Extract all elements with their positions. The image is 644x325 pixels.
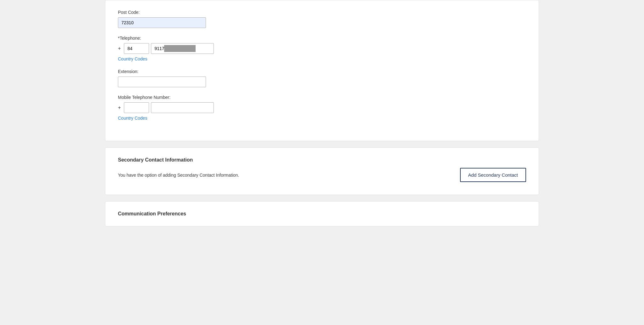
telephone-plus: + <box>118 46 121 51</box>
telephone-number-input[interactable] <box>151 43 214 54</box>
mobile-country-codes-link[interactable]: Country Codes <box>118 116 147 121</box>
communication-preferences-title: Communication Preferences <box>118 211 526 217</box>
secondary-contact-row: You have the option of adding Secondary … <box>118 168 526 182</box>
extension-label: Extension: <box>118 69 526 74</box>
telephone-group: *Telephone: + Country Codes <box>118 36 526 61</box>
mobile-number-input[interactable] <box>151 102 214 113</box>
postcode-label: Post Code: <box>118 10 526 15</box>
primary-contact-card: Post Code: *Telephone: + Country Codes E… <box>105 0 539 141</box>
mobile-row: + <box>118 102 526 113</box>
telephone-label: *Telephone: <box>118 36 526 41</box>
telephone-number-wrapper <box>151 43 214 54</box>
telephone-row: + <box>118 43 526 54</box>
mobile-label: Mobile Telephone Number: <box>118 95 526 100</box>
mobile-group: Mobile Telephone Number: + Country Codes <box>118 95 526 121</box>
extension-group: Extension: <box>118 69 526 87</box>
secondary-contact-title: Secondary Contact Information <box>118 157 526 163</box>
extension-input[interactable] <box>118 77 206 87</box>
postcode-group: Post Code: <box>118 10 526 28</box>
add-secondary-contact-button[interactable]: Add Secondary Contact <box>460 168 526 182</box>
telephone-country-codes-link[interactable]: Country Codes <box>118 56 147 61</box>
postcode-input[interactable] <box>118 17 206 28</box>
telephone-country-code-input[interactable] <box>124 43 149 54</box>
secondary-contact-card: Secondary Contact Information You have t… <box>105 147 539 195</box>
communication-preferences-card: Communication Preferences <box>105 201 539 226</box>
secondary-contact-description: You have the option of adding Secondary … <box>118 173 239 178</box>
mobile-country-code-input[interactable] <box>124 102 149 113</box>
mobile-plus: + <box>118 105 121 111</box>
